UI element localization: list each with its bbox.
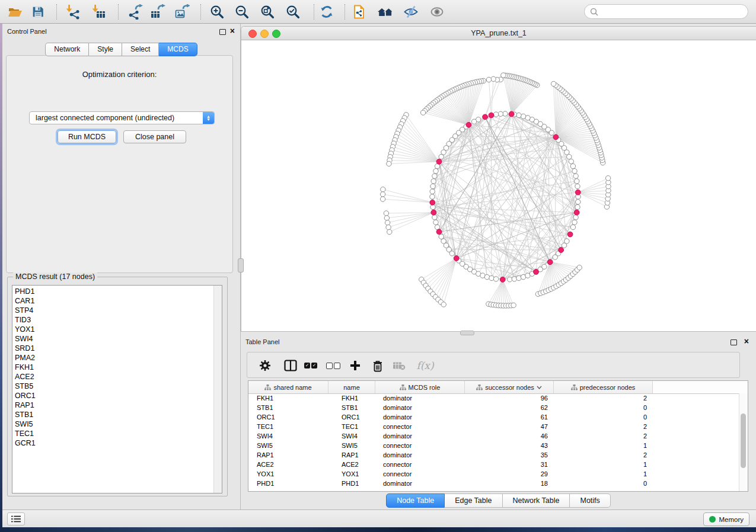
table-row[interactable]: RAP1RAP1dominator352 (248, 450, 739, 460)
network-overview-button[interactable] (350, 2, 370, 22)
memory-button[interactable]: Memory (703, 512, 749, 526)
open-file-button[interactable] (5, 2, 25, 22)
table-row[interactable]: SWI5SWI5connector431 (248, 441, 739, 450)
list-icon (11, 515, 21, 523)
run-mcds-button[interactable]: Run MCDS (58, 130, 116, 143)
mcds-result-item[interactable]: FKH1 (12, 363, 213, 372)
export-table-icon (150, 4, 165, 20)
cell-successor-nodes: 31 (465, 461, 554, 468)
float-panel-icon[interactable] (731, 339, 737, 345)
first-neighbors-button[interactable] (375, 2, 395, 22)
cell-successor-nodes: 62 (465, 404, 554, 411)
export-image-button[interactable] (172, 2, 192, 22)
vertical-splitter-handle[interactable] (238, 258, 244, 273)
mcds-result-item[interactable]: STB1 (12, 410, 213, 419)
float-panel-icon[interactable] (219, 29, 226, 35)
show-panels-button[interactable] (7, 512, 25, 525)
workspace-area: YPA_prune.txt_1 Table Panel × ✓✓ (241, 24, 756, 509)
mcds-result-item[interactable]: PMA2 (12, 353, 213, 363)
horizontal-splitter-handle[interactable] (460, 331, 474, 335)
zoom-out-button[interactable] (232, 2, 252, 22)
table-row[interactable]: PHD1PHD1dominator180 (248, 479, 739, 488)
mcds-result-item[interactable]: ACE2 (12, 372, 213, 382)
mcds-result-item[interactable]: SRD1 (12, 344, 213, 353)
import-table-button[interactable] (89, 2, 109, 22)
column-header-predecessor-nodes[interactable]: predecessor nodes (554, 381, 653, 393)
mcds-result-item[interactable]: TID3 (12, 315, 213, 325)
delete-table-icon[interactable] (390, 357, 408, 374)
select-all-icon[interactable]: ✓✓ (302, 357, 320, 374)
mcds-result-title: MCDS result (17 nodes) (13, 273, 97, 281)
tab-node-table[interactable]: Node Table (386, 493, 445, 508)
show-all-button[interactable] (427, 2, 447, 22)
column-header-shared-name[interactable]: shared name (248, 381, 328, 393)
mcds-result-item[interactable]: SWI5 (12, 419, 213, 429)
result-list-scrollbar[interactable] (213, 286, 222, 493)
table-row[interactable]: YOX1YOX1connector291 (248, 469, 739, 479)
table-row[interactable]: ACE2ACE2connector311 (248, 460, 739, 469)
table-panel-header: Table Panel × (241, 334, 756, 350)
toolbar-separator (344, 4, 345, 20)
mcds-result-item[interactable]: PHD1 (12, 287, 213, 296)
deselect-all-icon[interactable] (324, 357, 342, 374)
column-header-name[interactable]: name (328, 381, 375, 393)
tab-mcds[interactable]: MCDS (159, 43, 197, 56)
tab-select[interactable]: Select (122, 43, 159, 56)
zoom-in-button[interactable] (207, 2, 227, 22)
apply-layout-button[interactable] (317, 2, 337, 22)
mcds-result-item[interactable]: YOX1 (12, 325, 213, 334)
network-window-titlebar[interactable]: YPA_prune.txt_1 (241, 27, 756, 40)
tab-style[interactable]: Style (89, 43, 122, 56)
cell-shared-name: TEC1 (248, 423, 328, 430)
table-row[interactable]: STB1STB1dominator620 (248, 403, 739, 412)
mcds-result-item[interactable]: STP4 (12, 306, 213, 315)
table-scrollbar-thumb[interactable] (741, 414, 746, 468)
function-builder-icon[interactable]: f(x) (413, 357, 437, 374)
hide-selected-button[interactable] (401, 2, 421, 22)
add-column-icon[interactable] (346, 357, 364, 374)
mcds-result-group: MCDS result (17 nodes) PHD1CAR1STP4TID3Y… (7, 277, 228, 496)
mcds-result-item[interactable]: STB5 (12, 382, 213, 391)
table-row[interactable]: SWI4SWI4dominator462 (248, 431, 739, 441)
zoom-fit-button[interactable] (257, 2, 277, 22)
network-canvas[interactable] (241, 40, 756, 331)
tab-network-table[interactable]: Network Table (503, 493, 570, 508)
save-session-button[interactable] (28, 2, 48, 22)
cell-shared-name: SWI5 (248, 442, 328, 449)
table-scrollbar[interactable] (739, 393, 748, 491)
criterion-dropdown[interactable]: largest connected component (undirected)… (29, 111, 215, 124)
mcds-result-item[interactable]: TEC1 (12, 429, 213, 438)
cell-shared-name: FKH1 (248, 395, 328, 402)
export-network-icon (127, 4, 143, 20)
close-panel-icon[interactable]: × (744, 337, 749, 345)
export-table-button[interactable] (148, 2, 168, 22)
mcds-result-item[interactable]: CAR1 (12, 296, 213, 306)
mcds-result-item[interactable]: GCR1 (12, 438, 213, 448)
tab-network[interactable]: Network (45, 43, 89, 56)
mcds-result-item[interactable]: ORC1 (12, 391, 213, 400)
import-network-button[interactable] (63, 2, 83, 22)
export-network-button[interactable] (125, 2, 145, 22)
search-input[interactable] (601, 6, 748, 18)
cell-predecessor-nodes: 1 (554, 442, 653, 449)
cell-successor-nodes: 61 (465, 414, 554, 421)
table-row[interactable]: FKH1FKH1dominator962 (248, 393, 739, 403)
control-panel-title: Control Panel (7, 28, 47, 35)
mcds-result-item[interactable]: RAP1 (12, 400, 213, 410)
mcds-result-item[interactable]: SWI4 (12, 334, 213, 344)
table-row[interactable]: ORC1ORC1dominator610 (248, 412, 739, 422)
zoom-selected-button[interactable] (283, 2, 303, 22)
tab-motifs[interactable]: Motifs (570, 493, 610, 508)
cell-shared-name: PHD1 (248, 480, 328, 487)
column-header-successor-nodes[interactable]: successor nodes (465, 381, 554, 393)
table-row[interactable]: TEC1TEC1connector472 (248, 422, 739, 431)
close-panel-icon[interactable]: × (230, 27, 235, 35)
column-header-MCDS-role[interactable]: MCDS role (375, 381, 465, 393)
attribute-icon (264, 384, 271, 390)
tab-edge-table[interactable]: Edge Table (445, 493, 502, 508)
cell-MCDS-role: connector (375, 470, 465, 477)
close-panel-button[interactable]: Close panel (123, 130, 186, 143)
columns-icon[interactable] (282, 357, 299, 374)
delete-column-icon[interactable] (369, 357, 387, 374)
gear-icon[interactable] (256, 357, 274, 374)
